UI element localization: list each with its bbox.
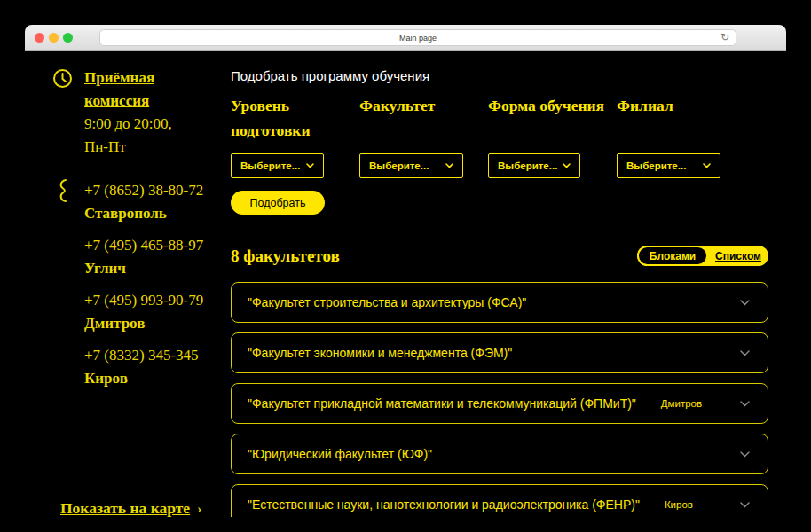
faculty-list: "Факультет строительства и архитектуры (… [231,282,768,517]
phone-list: +7 (8652) 38-80-72 Ставрополь +7 (495) 4… [84,179,210,399]
phone-number[interactable]: +7 (495) 993-90-79 [84,292,203,309]
chevron-down-icon [740,350,750,356]
chevron-down-icon [740,401,750,407]
phone-number[interactable]: +7 (8332) 345-345 [84,347,199,364]
admission-office-link[interactable]: Приёмная комиссия [84,69,154,109]
filter-branch-select[interactable]: Выберите... [617,153,720,178]
phone-number[interactable]: +7 (8652) 38-80-72 [84,182,203,199]
phone-entry: +7 (495) 465-88-97 Углич [84,234,210,280]
faculty-row[interactable]: "Юридический факультет (ЮФ)" [231,434,768,474]
browser-window: Main page ↻ Приёмная комиссия 9:00 до 20… [25,25,786,517]
faculty-row[interactable]: "Естественные науки, нанотехнологии и ра… [231,484,768,517]
phone-city: Углич [84,257,210,280]
chevron-right-icon: › [197,502,201,516]
refresh-icon[interactable]: ↻ [720,30,729,45]
filter-branch-value: Выберите... [626,160,686,171]
faculty-branch: Дмитров [661,398,702,409]
clock-icon [52,68,73,92]
admission-office-block: Приёмная комиссия 9:00 до 20:00, Пн-Пт [84,66,210,159]
filter-faculty: Факультет Выберите... [359,93,463,182]
phone-number[interactable]: +7 (495) 465-88-97 [84,237,203,254]
url-bar[interactable]: Main page ↻ [99,29,736,46]
faculty-row[interactable]: "Факультет прикладной математики и телек… [231,383,768,424]
filter-level: Уровень подготовки Выберите... [231,93,324,182]
filter-level-select[interactable]: Выберите... [231,153,324,178]
filter-faculty-select[interactable]: Выберите... [359,153,463,178]
phone-city: Киров [84,367,210,390]
faculty-title: "Факультет строительства и архитектуры (… [248,295,526,309]
chevron-down-icon [703,163,711,168]
faculty-row[interactable]: "Факультет экономики и менеджмента (ФЭМ)… [231,332,768,373]
chevron-down-icon [740,300,750,306]
faculty-title: "Юридический факультет (ЮФ)" [248,447,432,461]
chevron-down-icon [306,163,314,168]
phone-entry: +7 (8332) 345-345 Киров [84,344,210,390]
view-blocks-button[interactable]: Блоками [637,246,708,266]
faculty-row[interactable]: "Факультет строительства и архитектуры (… [231,282,768,323]
phone-city: Дмитров [84,312,210,335]
filter-study-form-select[interactable]: Выберите... [488,153,580,178]
phone-entry: +7 (8652) 38-80-72 Ставрополь [84,179,210,225]
filter-branch: Филиал Выберите... [617,93,720,182]
faculty-title: "Факультет экономики и менеджмента (ФЭМ)… [248,346,512,360]
show-on-map-label: Показать на карте [60,499,190,517]
faculty-title: "Естественные науки, нанотехнологии и ра… [248,497,640,512]
phone-entry: +7 (495) 993-90-79 Дмитров [84,289,210,335]
filter-study-form-label: Форма обучения [488,93,580,118]
program-search-title: Подобрать программу обучения [231,68,429,83]
filter-faculty-value: Выберите... [369,160,429,171]
chevron-down-icon [445,163,453,168]
search-submit-button[interactable]: Подобрать [231,191,325,215]
filter-branch-label: Филиал [617,93,720,118]
close-window-button[interactable] [35,33,44,43]
show-on-map-link[interactable]: Показать на карте› [60,499,201,517]
chevron-down-icon [740,502,750,508]
filter-level-label: Уровень подготовки [231,93,324,143]
phone-icon [55,178,71,207]
filter-study-form: Форма обучения Выберите... [488,93,580,182]
browser-toolbar: Main page ↻ [25,25,786,51]
page-content: Приёмная комиссия 9:00 до 20:00, Пн-Пт +… [25,51,786,517]
view-mode-toggle: Блоками Списком [637,246,768,266]
view-list-button[interactable]: Списком [708,246,768,266]
faculty-title: "Факультет прикладной математики и телек… [248,396,636,411]
filter-faculty-label: Факультет [359,93,463,118]
faculty-branch: Киров [665,499,693,510]
maximize-window-button[interactable] [63,33,73,43]
faculties-count-heading: 8 факультетов [231,246,340,266]
filter-study-form-value: Выберите... [498,160,557,171]
chevron-down-icon [563,163,571,168]
chevron-down-icon [740,451,750,458]
phone-city: Ставрополь [84,202,210,225]
admission-hours: 9:00 до 20:00, [84,113,210,136]
filter-level-value: Выберите... [240,160,300,171]
admission-days: Пн-Пт [84,136,210,159]
minimize-window-button[interactable] [49,33,59,43]
page-title: Main page [399,34,437,43]
